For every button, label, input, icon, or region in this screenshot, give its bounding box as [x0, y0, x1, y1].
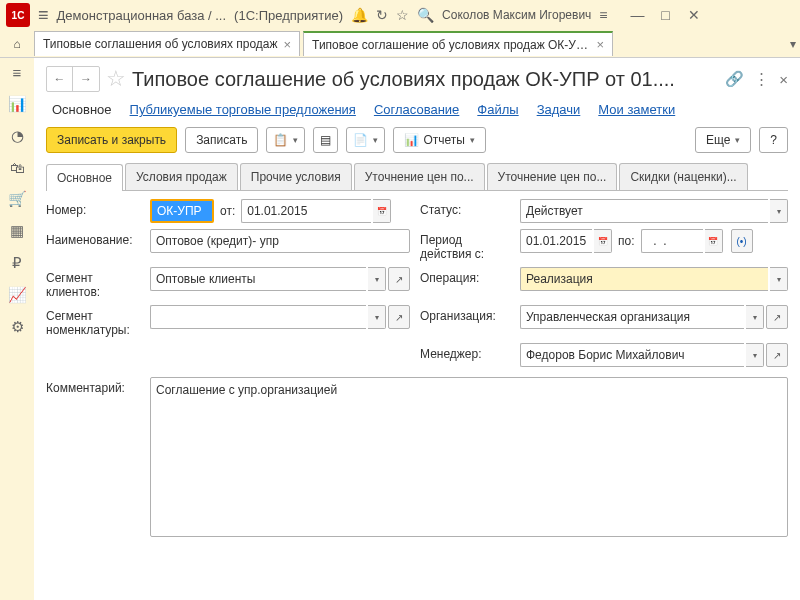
nav-main[interactable]: Основное	[52, 102, 112, 117]
nav-pub[interactable]: Публикуемые торговые предложения	[130, 102, 356, 117]
calendar-icon[interactable]: 📅	[705, 229, 723, 253]
search-icon[interactable]: 🔍	[417, 7, 434, 23]
stats-icon[interactable]: 📈	[8, 286, 27, 304]
open-icon[interactable]: ↗	[766, 343, 788, 367]
close-icon[interactable]: ×	[284, 37, 292, 52]
minimize-button[interactable]: —	[626, 5, 650, 25]
more-button[interactable]: Еще	[695, 127, 751, 153]
number-input[interactable]	[150, 199, 214, 223]
calendar-icon[interactable]: 📅	[594, 229, 612, 253]
reports-button[interactable]: 📊Отчеты	[393, 127, 485, 153]
dropdown-icon[interactable]: ▾	[746, 343, 764, 367]
app-suffix: (1С:Предприятие)	[234, 8, 343, 23]
tab-main[interactable]: Основное	[46, 164, 123, 191]
close-icon[interactable]: ×	[597, 37, 605, 52]
label-seg-cli: Сегмент клиентов:	[46, 267, 140, 299]
cart-icon[interactable]: 🛒	[8, 190, 27, 208]
favorite-icon[interactable]: ☆	[106, 66, 126, 92]
chart-icon[interactable]: 📊	[8, 95, 27, 113]
forward-button[interactable]: →	[73, 67, 99, 91]
label-manager: Менеджер:	[420, 343, 510, 361]
close-button[interactable]: ✕	[682, 5, 706, 25]
label-name: Наименование:	[46, 229, 140, 247]
label-comment: Комментарий:	[46, 377, 140, 537]
tabs-dropdown-icon[interactable]: ▾	[790, 37, 796, 51]
dropdown-icon[interactable]: ▾	[770, 267, 788, 291]
nav-tasks[interactable]: Задачи	[537, 102, 581, 117]
operation-input[interactable]	[520, 267, 768, 291]
doc-tab-agreement[interactable]: Типовое соглашение об условиях продаж ОК…	[303, 31, 613, 56]
nav-files[interactable]: Файлы	[477, 102, 518, 117]
tab-discounts[interactable]: Скидки (наценки)...	[619, 163, 747, 190]
home-icon[interactable]: ⌂	[4, 33, 30, 55]
help-button[interactable]: ?	[759, 127, 788, 153]
label-seg-nom: Сегмент номенклатуры:	[46, 305, 140, 337]
sync-icon[interactable]: (•)	[731, 229, 753, 253]
star-icon[interactable]: ☆	[396, 7, 409, 23]
bell-icon[interactable]: 🔔	[351, 7, 368, 23]
open-icon[interactable]: ↗	[766, 305, 788, 329]
dropdown-icon[interactable]: ▾	[746, 305, 764, 329]
nav-approve[interactable]: Согласование	[374, 102, 459, 117]
tab-other[interactable]: Прочие условия	[240, 163, 352, 190]
history-icon[interactable]: ↻	[376, 7, 388, 23]
seg-cli-input[interactable]	[150, 267, 366, 291]
tab-conditions[interactable]: Условия продаж	[125, 163, 238, 190]
back-button[interactable]: ←	[47, 67, 73, 91]
page-title: Типовое соглашение об условиях продаж ОК…	[132, 68, 715, 91]
dropdown-icon[interactable]: ▾	[368, 267, 386, 291]
tab-prices1[interactable]: Уточнение цен по...	[354, 163, 485, 190]
label-to: по:	[614, 234, 639, 248]
settings-icon[interactable]: ≡	[599, 7, 607, 23]
status-input[interactable]	[520, 199, 768, 223]
menu-icon[interactable]: ≡	[38, 5, 49, 26]
menu-icon[interactable]: ≡	[13, 64, 22, 81]
date-input[interactable]	[241, 199, 371, 223]
tab-label: Типовые соглашения об условиях продаж	[43, 37, 278, 51]
username[interactable]: Соколов Максим Игоревич	[442, 8, 591, 22]
maximize-button[interactable]: □	[654, 5, 678, 25]
grid-icon[interactable]: ▦	[10, 222, 24, 240]
open-icon[interactable]: ↗	[388, 305, 410, 329]
seg-nom-input[interactable]	[150, 305, 366, 329]
period-to-input[interactable]	[641, 229, 703, 253]
dropdown-icon[interactable]: ▾	[368, 305, 386, 329]
bag-icon[interactable]: 🛍	[10, 159, 25, 176]
label-operation: Операция:	[420, 267, 510, 285]
save-close-button[interactable]: Записать и закрыть	[46, 127, 177, 153]
org-input[interactable]	[520, 305, 744, 329]
nav-notes[interactable]: Мои заметки	[598, 102, 675, 117]
gear-icon[interactable]: ⚙	[11, 318, 24, 336]
label-org: Организация:	[420, 305, 510, 323]
tab-label: Типовое соглашение об условиях продаж ОК…	[312, 38, 590, 52]
calendar-icon[interactable]: 📅	[373, 199, 391, 223]
name-input[interactable]	[150, 229, 410, 253]
doc-tab-list[interactable]: Типовые соглашения об условиях продаж ×	[34, 31, 300, 56]
sidebar: ≡ 📊 ◔ 🛍 🛒 ▦ ₽ 📈 ⚙	[0, 58, 34, 600]
label-number: Номер:	[46, 199, 140, 217]
doc-button[interactable]: 📄	[346, 127, 385, 153]
manager-input[interactable]	[520, 343, 744, 367]
options-icon[interactable]: ⋮	[754, 70, 769, 88]
comment-input[interactable]	[150, 377, 788, 537]
label-period: Период действия с:	[420, 229, 510, 261]
dropdown-icon[interactable]: ▾	[770, 199, 788, 223]
close-panel-icon[interactable]: ×	[779, 71, 788, 88]
copy-button[interactable]: 📋	[266, 127, 305, 153]
app-logo: 1C	[6, 3, 30, 27]
tab-prices2[interactable]: Уточнение цен по...	[487, 163, 618, 190]
pie-icon[interactable]: ◔	[11, 127, 24, 145]
list-button[interactable]: ▤	[313, 127, 338, 153]
db-title: Демонстрационная база / ...	[57, 8, 227, 23]
label-status: Статус:	[420, 199, 510, 217]
open-icon[interactable]: ↗	[388, 267, 410, 291]
ruble-icon[interactable]: ₽	[12, 254, 22, 272]
period-from-input[interactable]	[520, 229, 592, 253]
link-icon[interactable]: 🔗	[725, 70, 744, 88]
save-button[interactable]: Записать	[185, 127, 258, 153]
label-from: от:	[216, 204, 239, 218]
